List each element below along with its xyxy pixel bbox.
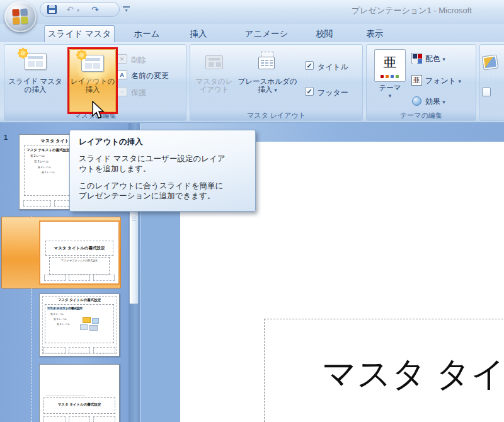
tooltip-body-line1: スライド マスタにユーザー設定のレイアウトを追加します。 xyxy=(79,154,227,174)
themes-icon: 亜 xyxy=(374,49,406,82)
tooltip-body-line2: このレイアウトに合うスライドを簡単にプレゼンテーションに追加できます。 xyxy=(79,181,227,201)
tab-insert[interactable]: 挿入 xyxy=(189,28,208,40)
footer-checkbox[interactable]: ✓ xyxy=(305,87,314,96)
tab-home[interactable]: ホーム xyxy=(132,28,161,40)
insert-placeholder-button[interactable]: プレースホルダの挿入 ▾ xyxy=(238,48,297,94)
background-styles-icon[interactable] xyxy=(482,54,499,70)
customize-quick-access-icon[interactable]: ▾ xyxy=(123,6,130,14)
quick-access-toolbar: ↶ ▾ ↷ xyxy=(40,2,120,17)
new-starburst-icon xyxy=(19,49,27,57)
insert-layout-tooltip: レイアウトの挿入 スライド マスタにユーザー設定のレイアウトを追加します。 この… xyxy=(69,130,256,212)
chevron-down-icon: ▾ xyxy=(442,99,445,105)
title-checkbox[interactable]: ✓ xyxy=(305,61,314,70)
insert-slide-master-button[interactable]: スライド マスタの挿入 xyxy=(6,48,64,94)
redo-button[interactable]: ↷ xyxy=(88,4,102,15)
insert-placeholder-icon xyxy=(258,52,277,71)
effects-icon xyxy=(412,96,421,106)
group-master-layout-label: マスタ レイアウト xyxy=(190,110,362,120)
fonts-icon: 亜 xyxy=(411,75,422,86)
tab-view[interactable]: 表示 xyxy=(364,28,386,40)
themes-button[interactable]: 亜 テーマ ▾ xyxy=(370,49,410,100)
tooltip-title: レイアウトの挿入 xyxy=(79,137,246,147)
tab-review[interactable]: 校閲 xyxy=(313,28,336,40)
office-button[interactable] xyxy=(4,1,37,32)
save-button[interactable] xyxy=(45,4,59,15)
group-theme-edit-label: テーマの編集 xyxy=(367,110,476,120)
layout-thumbnail-title-content[interactable]: マスタ タイトルの書式設定 マスタ テキストの書式設定 第 2 レベル 第 3 … xyxy=(39,294,120,356)
colors-icon xyxy=(411,53,422,64)
hide-background-graphics-checkbox[interactable] xyxy=(482,88,491,96)
master-layout-icon xyxy=(205,55,223,69)
insert-slide-master-label: スライド マスタの挿入 xyxy=(6,77,64,94)
title-placeholder-text[interactable]: マスタ タイトル xyxy=(322,351,504,397)
undo-dropdown-icon[interactable]: ▾ xyxy=(77,8,79,13)
master-layout-button: マスタのレイアウト xyxy=(193,48,236,94)
save-icon xyxy=(47,5,57,14)
slide-number: 1 xyxy=(4,134,8,141)
rename-icon: A xyxy=(117,70,127,79)
window-title: プレゼンテーション1 - Microsoft xyxy=(352,5,504,16)
slide-master-icon xyxy=(24,53,47,70)
preserve-icon: ◦ xyxy=(117,87,127,96)
delete-icon: ✕ xyxy=(117,54,127,64)
undo-button[interactable]: ↶ xyxy=(63,4,77,15)
content-placeholder-icons xyxy=(79,317,100,332)
powerpoint-window: プレゼンテーション1 - Microsoft ↶ ▾ ↷ ▾ スライド マスタ … xyxy=(0,0,504,422)
footer-checkbox-label[interactable]: フッター xyxy=(318,88,348,98)
mouse-cursor-icon xyxy=(90,101,105,121)
title-checkbox-label[interactable]: タイトル xyxy=(318,62,348,72)
chevron-down-icon: ▾ xyxy=(274,87,277,93)
layout-thumbnail-title-slide[interactable]: マスタ タイトルの書式設定 マスタ サブタイトルの書式設定 xyxy=(39,220,120,285)
footer-placeholders xyxy=(44,275,115,281)
footer-placeholders xyxy=(43,416,115,422)
chevron-down-icon: ▾ xyxy=(370,92,410,100)
tab-slide-master[interactable]: スライド マスタ xyxy=(44,25,115,42)
footer-placeholders xyxy=(43,347,115,353)
chevron-down-icon: ▾ xyxy=(442,56,445,62)
layout-thumbnail-section-header[interactable]: ____________________________ マスタ タイトルの書式… xyxy=(39,364,120,422)
chevron-down-icon: ▾ xyxy=(458,78,461,84)
office-logo-icon xyxy=(12,8,28,25)
